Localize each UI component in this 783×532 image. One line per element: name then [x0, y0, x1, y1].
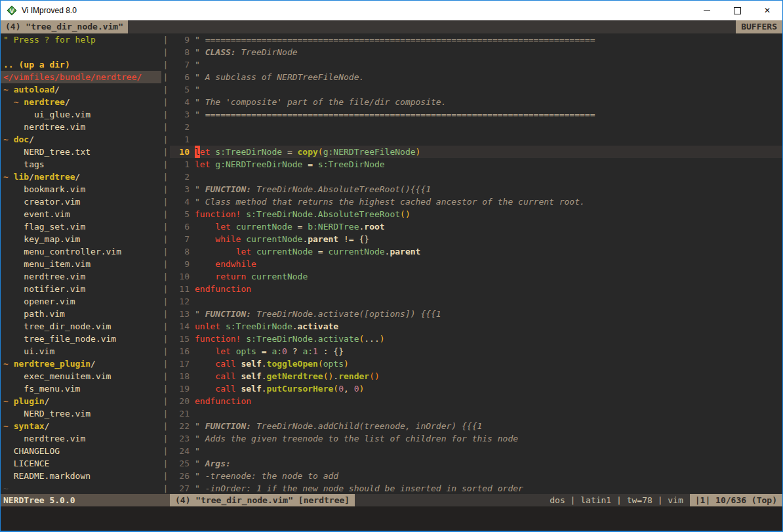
maximize-button[interactable] — [722, 1, 752, 20]
code-line[interactable]: 7 while currentNode.parent != {} — [170, 233, 782, 245]
code-line[interactable]: 22" FUNCTION: TreeDirNode.addChild(treen… — [170, 420, 782, 432]
code-line[interactable]: 2 — [170, 171, 782, 183]
code-line[interactable]: 2 — [170, 121, 782, 133]
tab-tree-dir-node[interactable]: (4) "tree_dir_node.vim" — [1, 20, 128, 33]
tree-item[interactable]: ~ autoload/ — [1, 83, 161, 96]
tree-item[interactable]: LICENCE — [1, 457, 161, 470]
tree-item[interactable]: NERD_tree.txt — [1, 146, 161, 158]
tree-item[interactable]: fs_menu.vim — [1, 382, 161, 395]
tree-item[interactable]: event.vim — [1, 208, 161, 220]
code-line[interactable]: 7" — [170, 58, 782, 71]
tree-item[interactable]: nerdtree.vim — [1, 270, 161, 283]
tree-item[interactable]: exec_menuitem.vim — [1, 370, 161, 382]
code-line[interactable]: 5function! s:TreeDirNode.AbsoluteTreeRoo… — [170, 208, 782, 220]
code-line[interactable]: 1let g:NERDTreeDirNode = s:TreeDirNode — [170, 158, 782, 171]
buffers-label[interactable]: BUFFERS — [736, 20, 782, 33]
tree-item[interactable]: menu_item.vim — [1, 258, 161, 270]
tree-item[interactable]: ~ doc/ — [1, 133, 161, 146]
code-line[interactable]: 17 call self.toggleOpen(opts) — [170, 358, 782, 370]
tree-item[interactable]: menu_controller.vim — [1, 245, 161, 258]
code-line[interactable]: 6" A subclass of NERDTreeFileNode. — [170, 71, 782, 83]
code-line[interactable]: 4" The 'composite' part of the file/dir … — [170, 96, 782, 108]
code-line[interactable]: 13" FUNCTION: TreeDirNode.activate([opti… — [170, 308, 782, 320]
tree-item[interactable]: README.markdown — [1, 470, 161, 482]
main-area: " Press ? for help.. (up a dir)</vimfile… — [1, 33, 782, 494]
code-line[interactable]: 9" =====================================… — [170, 33, 782, 46]
svg-text:V: V — [10, 8, 14, 14]
code-line[interactable]: 19 call self.putCursorHere(0, 0) — [170, 382, 782, 395]
line-number: 18 — [170, 370, 190, 382]
line-number: 14 — [170, 320, 190, 333]
vertical-split-separator[interactable]: | | | | | | | | | | | | | | | | | | | | … — [161, 33, 170, 494]
line-number: 25 — [170, 457, 190, 470]
line-number: 24 — [170, 445, 190, 457]
code-line[interactable]: 12 — [170, 295, 782, 308]
tree-item[interactable]: tree_dir_node.vim — [1, 320, 161, 333]
line-number: 10 — [170, 270, 190, 283]
code-line[interactable]: 24" — [170, 445, 782, 457]
close-icon: ✕ — [764, 5, 771, 17]
tree-item[interactable]: ~ plugin/ — [1, 395, 161, 407]
tree-item[interactable]: .. (up a dir) — [1, 58, 161, 71]
code-line[interactable]: 8" CLASS: TreeDirNode — [170, 46, 782, 58]
code-line[interactable]: 10 return currentNode — [170, 270, 782, 283]
tree-item[interactable]: CHANGELOG — [1, 445, 161, 457]
statusline: NERDTree 5.0.0 (4) "tree_dir_node.vim" [… — [1, 494, 782, 506]
line-number: 13 — [170, 308, 190, 320]
code-line[interactable]: 14unlet s:TreeDirNode.activate — [170, 320, 782, 333]
line-number: 3 — [170, 183, 190, 195]
tree-item[interactable]: tags — [1, 158, 161, 171]
tabline: (4) "tree_dir_node.vim" BUFFERS — [1, 20, 782, 33]
tree-item[interactable]: path.vim — [1, 308, 161, 320]
code-line[interactable]: 23" Adds the given treenode to the list … — [170, 432, 782, 445]
line-number: 6 — [170, 71, 190, 83]
window-title: Vi IMproved 8.0 — [22, 5, 77, 17]
tree-item[interactable]: ~ lib/nerdtree/ — [1, 171, 161, 183]
line-number: 10 — [170, 146, 190, 158]
code-line[interactable]: 9 endwhile — [170, 258, 782, 270]
tree-item[interactable]: nerdtree.vim — [1, 432, 161, 445]
code-line[interactable]: 20endfunction — [170, 395, 782, 407]
code-line[interactable]: 6 let currentNode = b:NERDTree.root — [170, 220, 782, 233]
code-line[interactable]: 3" FUNCTION: TreeDirNode.AbsoluteTreeRoo… — [170, 183, 782, 195]
tree-item[interactable]: ~ syntax/ — [1, 420, 161, 432]
code-line[interactable]: 25" Args: — [170, 457, 782, 470]
tree-item[interactable]: ~ nerdtree_plugin/ — [1, 358, 161, 370]
line-number: 16 — [170, 345, 190, 358]
code-line[interactable]: 11endfunction — [170, 283, 782, 295]
tree-item[interactable]: opener.vim — [1, 295, 161, 308]
command-line[interactable] — [1, 506, 782, 531]
tree-item[interactable]: ~ nerdtree/ — [1, 96, 161, 108]
tree-item[interactable]: nerdtree.vim — [1, 121, 161, 133]
tree-item[interactable]: flag_set.vim — [1, 220, 161, 233]
code-line[interactable]: 8 let currentNode = currentNode.parent — [170, 245, 782, 258]
tree-item[interactable]: ui_glue.vim — [1, 108, 161, 121]
code-line[interactable]: 3" =====================================… — [170, 108, 782, 121]
line-number: 5 — [170, 208, 190, 220]
code-line[interactable]: 5" — [170, 83, 782, 96]
maximize-icon — [734, 7, 741, 14]
tree-item[interactable]: " Press ? for help — [1, 33, 161, 46]
code-line[interactable]: 26" -treenode: the node to add — [170, 470, 782, 482]
code-line[interactable]: 18 call self.getNerdtree().render() — [170, 370, 782, 382]
tree-item[interactable]: bookmark.vim — [1, 183, 161, 195]
code-line-current[interactable]: 10let s:TreeDirNode = copy(g:NERDTreeFil… — [170, 146, 782, 158]
close-button[interactable]: ✕ — [752, 1, 782, 20]
tree-item[interactable] — [1, 46, 161, 58]
tree-item[interactable]: NERD_tree.vim — [1, 407, 161, 420]
code-line[interactable]: 16 let opts = a:0 ? a:1 : {} — [170, 345, 782, 358]
code-line[interactable]: 1 — [170, 133, 782, 146]
code-line[interactable]: 4" Class method that returns the highest… — [170, 195, 782, 208]
nerdtree-statusline: NERDTree 5.0.0 — [1, 494, 170, 506]
code-line[interactable]: 27" -inOrder: 1 if the new node should b… — [170, 482, 782, 494]
tree-item[interactable]: ~ — [1, 482, 161, 494]
tree-item[interactable]: notifier.vim — [1, 283, 161, 295]
tree-item[interactable]: tree_file_node.vim — [1, 333, 161, 345]
code-line[interactable]: 15function! s:TreeDirNode.activate(...) — [170, 333, 782, 345]
tree-item[interactable]: ui.vim — [1, 345, 161, 358]
code-line[interactable]: 21 — [170, 407, 782, 420]
tree-root-item[interactable]: </vimfiles/bundle/nerdtree/ — [1, 71, 161, 83]
tree-item[interactable]: creator.vim — [1, 195, 161, 208]
minimize-button[interactable] — [692, 1, 722, 20]
tree-item[interactable]: key_map.vim — [1, 233, 161, 245]
